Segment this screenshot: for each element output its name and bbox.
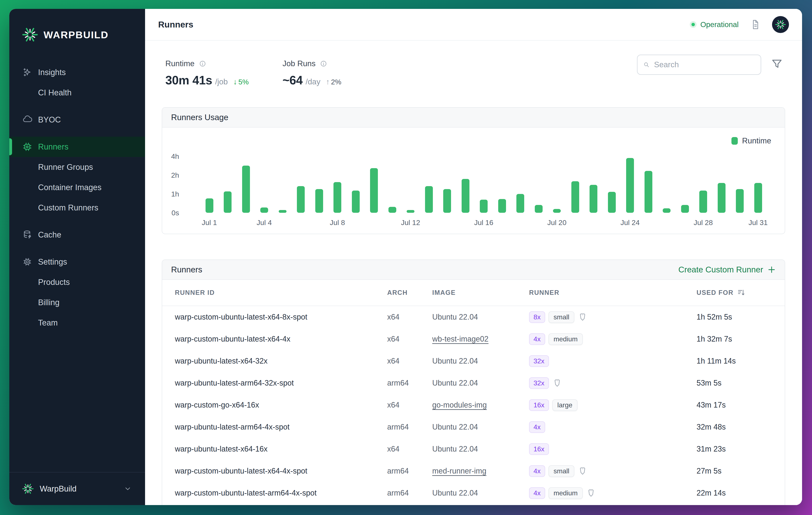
bar-jul-21[interactable] xyxy=(571,181,579,213)
bar-jul-28[interactable] xyxy=(699,191,707,213)
column-header-used-for[interactable]: USED FOR xyxy=(697,288,772,297)
bar-jul-18[interactable] xyxy=(516,194,524,213)
tag-icon[interactable] xyxy=(578,312,587,322)
bar-jul-29[interactable] xyxy=(718,183,726,213)
cell-arch: x64 xyxy=(387,335,432,343)
bar-jul-31[interactable] xyxy=(754,183,762,213)
bar-jul-11[interactable] xyxy=(388,207,396,213)
filter-funnel-icon[interactable] xyxy=(771,58,783,70)
status-badge[interactable]: Operational xyxy=(690,20,738,29)
bar-jul-27[interactable] xyxy=(681,205,689,213)
bar-jul-12[interactable] xyxy=(407,210,414,213)
warpbuild-starburst-icon xyxy=(22,483,34,495)
sort-descending-icon[interactable] xyxy=(737,288,745,297)
usage-card-title: Runners Usage xyxy=(171,113,228,122)
bar-jul-14[interactable] xyxy=(443,189,451,213)
topbar-right: Operational xyxy=(690,16,789,33)
cell-image-link[interactable]: go-modules-img xyxy=(432,401,487,409)
column-header-arch: ARCH xyxy=(387,289,432,296)
bar-jul-3[interactable] xyxy=(242,166,250,213)
bar-jul-24[interactable] xyxy=(626,158,634,213)
sidebar-item-label: Team xyxy=(38,318,58,327)
table-row[interactable]: warp-ubuntu-latest-arm64-4x-spotarm64Ubu… xyxy=(162,416,785,438)
arrow-down-icon: ↓ xyxy=(233,78,237,86)
bar-jul-25[interactable] xyxy=(644,171,652,213)
sidebar-item-billing[interactable]: Billing xyxy=(9,292,145,313)
chevron-down-icon[interactable] xyxy=(123,484,133,493)
cell-used-for: 43m 17s xyxy=(697,401,772,409)
cell-runner-badges: 4xmedium xyxy=(529,487,697,499)
sparkles-icon xyxy=(22,67,33,78)
bar-jul-9[interactable] xyxy=(352,191,360,213)
cell-used-for: 31m 23s xyxy=(697,445,772,454)
sidebar-item-label: Insights xyxy=(38,68,66,77)
table-row[interactable]: warp-ubuntu-latest-arm64-32x-spotarm64Ub… xyxy=(162,372,785,394)
table-row[interactable]: warp-custom-go-x64-16xx64go-modules-img1… xyxy=(162,394,785,416)
bar-jul-8[interactable] xyxy=(334,182,341,213)
tag-icon[interactable] xyxy=(586,488,596,498)
bar-jul-15[interactable] xyxy=(462,179,469,213)
runner-tier-badge: large xyxy=(552,399,578,411)
runner-size-badge: 4x xyxy=(529,465,545,477)
table-row[interactable]: warp-custom-ubuntu-latest-x64-4xx64wb-te… xyxy=(162,328,785,350)
tag-icon[interactable] xyxy=(578,466,587,476)
sidebar-item-settings[interactable]: Settings xyxy=(9,252,145,272)
bar-jul-19[interactable] xyxy=(535,205,543,213)
bar-jul-17[interactable] xyxy=(498,199,506,213)
bar-jul-4[interactable] xyxy=(260,207,268,213)
tag-icon[interactable] xyxy=(552,378,562,388)
y-axis-tick-1h: 1h xyxy=(162,190,179,198)
cell-arch: arm64 xyxy=(387,423,432,431)
bar-jul-1[interactable] xyxy=(206,198,213,213)
avatar[interactable] xyxy=(772,16,789,33)
sidebar-item-ci-health[interactable]: CI Health xyxy=(9,83,145,103)
sidebar-item-container-images[interactable]: Container Images xyxy=(9,177,145,198)
sidebar-item-products[interactable]: Products xyxy=(9,272,145,292)
bar-jul-23[interactable] xyxy=(608,192,616,213)
search-icon xyxy=(643,60,650,69)
sidebar-item-team[interactable]: Team xyxy=(9,313,145,333)
nav-group: SettingsProductsBillingTeam xyxy=(9,252,145,333)
cell-image-link[interactable]: wb-test-image02 xyxy=(432,335,489,343)
bar-jul-5[interactable] xyxy=(279,210,287,213)
chart-legend: Runtime xyxy=(731,136,771,145)
runners-table-card: Runners Create Custom Runner RUNNER IDAR… xyxy=(162,259,785,505)
x-axis-tick-jul-4: Jul 4 xyxy=(257,219,272,227)
table-row[interactable]: warp-custom-ubuntu-latest-x64-8x-spotx64… xyxy=(162,306,785,328)
sidebar-item-cache[interactable]: Cache xyxy=(9,225,145,245)
sidebar-item-label: BYOC xyxy=(38,115,61,124)
docs-file-icon[interactable] xyxy=(750,19,761,30)
sidebar-item-runners[interactable]: Runners xyxy=(9,137,145,157)
info-icon[interactable] xyxy=(320,60,327,67)
cell-runner-id: warp-ubuntu-latest-x64-16x xyxy=(175,445,387,454)
bar-jul-22[interactable] xyxy=(589,185,598,213)
sidebar-item-insights[interactable]: Insights xyxy=(9,62,145,83)
y-axis-tick-2h: 2h xyxy=(162,171,179,179)
runners-usage-card: Runners Usage Runtime 0s1h2h4hJul 1Jul 4… xyxy=(162,107,785,234)
sidebar-item-runner-groups[interactable]: Runner Groups xyxy=(9,157,145,177)
sidebar-item-label: Cache xyxy=(38,230,61,239)
search-input[interactable] xyxy=(654,60,755,69)
cell-image: Ubuntu 22.04 xyxy=(432,445,478,453)
bar-jul-20[interactable] xyxy=(553,209,561,213)
bar-jul-26[interactable] xyxy=(663,208,670,213)
sidebar-item-custom-runners[interactable]: Custom Runners xyxy=(9,198,145,218)
column-header-runner: RUNNER xyxy=(529,289,697,296)
bar-jul-13[interactable] xyxy=(425,186,433,213)
bar-jul-16[interactable] xyxy=(480,200,488,213)
cell-image-link[interactable]: med-runner-img xyxy=(432,466,486,475)
sidebar-footer-org-switcher[interactable]: WarpBuild xyxy=(9,472,145,505)
cell-runner-id: warp-custom-ubuntu-latest-arm64-4x-spot xyxy=(175,489,387,497)
table-row[interactable]: warp-custom-ubuntu-latest-x64-4x-spotarm… xyxy=(162,460,785,482)
info-icon[interactable] xyxy=(199,60,206,67)
sidebar-item-byoc[interactable]: BYOC xyxy=(9,110,145,130)
bar-jul-7[interactable] xyxy=(315,189,323,213)
bar-jul-6[interactable] xyxy=(297,186,305,213)
bar-jul-10[interactable] xyxy=(370,168,378,213)
bar-jul-2[interactable] xyxy=(224,192,232,213)
table-row[interactable]: warp-ubuntu-latest-x64-16xx64Ubuntu 22.0… xyxy=(162,438,785,460)
bar-jul-30[interactable] xyxy=(736,189,744,213)
table-row[interactable]: warp-ubuntu-latest-x64-32xx64Ubuntu 22.0… xyxy=(162,350,785,372)
create-custom-runner-button[interactable]: Create Custom Runner xyxy=(678,265,776,274)
table-row[interactable]: warp-custom-ubuntu-latest-arm64-4x-spota… xyxy=(162,482,785,504)
